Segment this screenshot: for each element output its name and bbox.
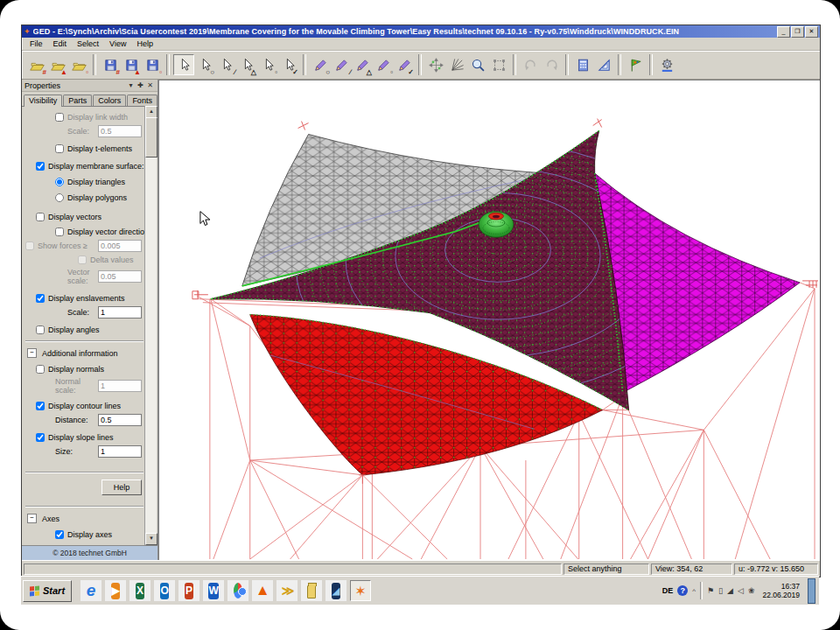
- media-player-taskbar-button[interactable]: ▶: [105, 580, 126, 601]
- title-bar[interactable]: ✦ GED - E:\Synch\Archiv\Scia Usercontest…: [22, 25, 820, 38]
- select-pointer-button[interactable]: [173, 54, 194, 75]
- network-icon[interactable]: ◢: [727, 586, 733, 595]
- excel-taskbar-button[interactable]: X: [130, 580, 150, 601]
- help-tray-icon[interactable]: ?: [677, 585, 688, 596]
- menu-edit[interactable]: Edit: [49, 39, 72, 48]
- file-compare-taskbar-button[interactable]: ≫: [276, 580, 298, 601]
- tab-fonts[interactable]: Fonts: [127, 94, 158, 106]
- select-elements-button[interactable]: ✓: [278, 54, 299, 75]
- close-button[interactable]: ✕: [805, 26, 818, 38]
- collapse-additional-info-icon[interactable]: −: [27, 348, 37, 358]
- scroll-up-icon[interactable]: ▲: [145, 106, 158, 118]
- slope-size-input[interactable]: [98, 445, 142, 458]
- link-scale-input[interactable]: [98, 125, 142, 137]
- show-forces-checkbox[interactable]: [25, 242, 34, 250]
- zoom-extents-button[interactable]: [488, 54, 509, 75]
- select-triangles-button[interactable]: △: [236, 54, 257, 75]
- collapse-axes-icon[interactable]: −: [27, 514, 37, 523]
- delta-values-checkbox[interactable]: [78, 256, 87, 264]
- panel-close-icon[interactable]: ✕: [145, 81, 155, 89]
- select-points-button[interactable]: ○: [194, 54, 215, 75]
- menu-view[interactable]: View: [105, 39, 130, 48]
- explode-lines-button[interactable]: [446, 54, 467, 75]
- display-polygons-radio[interactable]: [55, 193, 64, 202]
- show-desktop-button[interactable]: [808, 578, 816, 604]
- file-manager-taskbar-button[interactable]: [301, 580, 322, 601]
- word-taskbar-button[interactable]: W: [203, 580, 224, 601]
- scroll-down-icon[interactable]: ▼: [145, 533, 158, 545]
- display-membrane-surface-checkbox[interactable]: [36, 162, 45, 171]
- chrome-taskbar-button[interactable]: [228, 580, 248, 601]
- outlook-taskbar-button[interactable]: O: [154, 580, 175, 601]
- panel-pin-icon[interactable]: ✚: [136, 81, 145, 89]
- volume-icon[interactable]: ◁: [738, 586, 744, 595]
- display-triangles-radio[interactable]: [55, 178, 64, 186]
- open-triangles-button[interactable]: ▲: [47, 54, 68, 75]
- rotate-right-button[interactable]: [541, 54, 562, 75]
- start-button[interactable]: Start: [23, 580, 72, 602]
- display-vectors-checkbox[interactable]: [36, 213, 45, 221]
- save-mesh-button[interactable]: #: [100, 54, 121, 75]
- scrollbar-thumb[interactable]: [145, 117, 158, 158]
- display-slope-lines-checkbox[interactable]: [36, 433, 45, 442]
- draw-elements-button[interactable]: ✓: [394, 54, 415, 75]
- enslavements-scale-input[interactable]: [98, 306, 142, 318]
- flag-tool-button[interactable]: [625, 54, 646, 75]
- display-angles-checkbox[interactable]: [36, 326, 45, 334]
- settings-button[interactable]: [656, 54, 677, 75]
- measure-button[interactable]: [593, 54, 614, 75]
- viewport-canvas[interactable]: [159, 80, 820, 560]
- panel-scrollbar[interactable]: ▲ ▼: [144, 106, 157, 545]
- open-squares-button[interactable]: ▫: [68, 54, 89, 75]
- draw-points-button[interactable]: ○: [310, 54, 331, 75]
- minimize-button[interactable]: _: [777, 26, 790, 38]
- save-squares-button[interactable]: ▫: [142, 54, 163, 75]
- vlc-taskbar-button[interactable]: ▲: [252, 580, 273, 601]
- select-lines-button[interactable]: ∕: [215, 54, 236, 75]
- contour-distance-input[interactable]: [98, 414, 142, 426]
- restore-button[interactable]: ❐: [791, 26, 804, 38]
- ged-technet-taskbar-button[interactable]: ✶: [350, 580, 371, 601]
- display-normals-checkbox[interactable]: [36, 365, 45, 374]
- windows-logo-icon: [30, 585, 39, 596]
- display-vector-direction-checkbox[interactable]: [55, 228, 64, 236]
- select-squares-button[interactable]: ▫: [257, 54, 278, 75]
- rotate-left-button[interactable]: [520, 54, 541, 75]
- panel-dropdown-icon[interactable]: ▾: [126, 81, 136, 89]
- open-mesh-button[interactable]: #: [26, 54, 47, 75]
- draw-triangles-button[interactable]: △: [352, 54, 373, 75]
- measure-icon: [597, 58, 612, 73]
- clock[interactable]: 16:37 22.06.2019: [762, 582, 800, 599]
- calculator-button[interactable]: [572, 54, 593, 75]
- tab-colors[interactable]: Colors: [93, 94, 126, 106]
- display-contour-lines-checkbox[interactable]: [36, 402, 45, 410]
- zoom-button[interactable]: [467, 54, 488, 75]
- internet-explorer-taskbar-button[interactable]: e: [80, 580, 102, 601]
- powerpoint-taskbar-button[interactable]: P: [178, 580, 200, 601]
- display-t-elements-checkbox[interactable]: [55, 144, 64, 153]
- normal-scale-input[interactable]: [98, 380, 142, 392]
- tray-expand-icon[interactable]: ^: [692, 587, 696, 595]
- device-icon[interactable]: ▯: [718, 586, 723, 595]
- vector-scale-input[interactable]: [98, 270, 142, 283]
- menu-file[interactable]: File: [25, 39, 47, 48]
- display-enslavements-checkbox[interactable]: [36, 294, 45, 303]
- menu-select[interactable]: Select: [73, 39, 103, 48]
- move-points-button[interactable]: [425, 54, 446, 75]
- language-indicator[interactable]: DE: [662, 586, 674, 595]
- app-tray-icon[interactable]: ❀: [748, 586, 755, 595]
- draw-lines-button[interactable]: ∕: [331, 54, 352, 75]
- help-button[interactable]: Help: [102, 480, 142, 495]
- scia-engineer-taskbar-button[interactable]: ◢: [326, 580, 346, 601]
- tab-visibility[interactable]: Visibility: [24, 94, 62, 107]
- flag-icon[interactable]: ⚑: [707, 586, 714, 595]
- tab-parts[interactable]: Parts: [63, 94, 92, 106]
- save-triangles-button[interactable]: ▲: [121, 54, 142, 75]
- draw-squares-button[interactable]: ▫: [373, 54, 394, 75]
- show-forces-input[interactable]: [98, 240, 142, 252]
- calculator-icon: [576, 58, 591, 73]
- viewport[interactable]: [158, 80, 820, 560]
- menu-help[interactable]: Help: [132, 39, 158, 48]
- display-link-width-checkbox[interactable]: [55, 113, 64, 122]
- display-axes-checkbox[interactable]: [55, 530, 64, 539]
